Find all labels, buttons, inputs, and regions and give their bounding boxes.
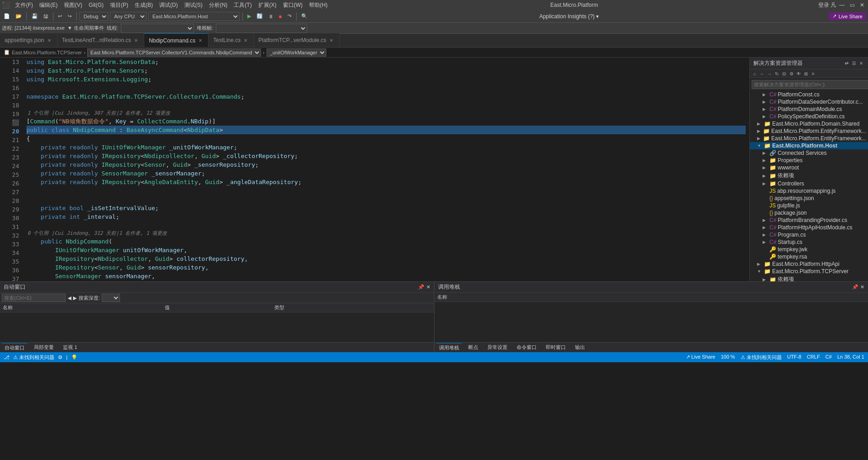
menu-window[interactable]: 窗口(W) [280,0,305,10]
tree-item-entityfw2[interactable]: ▶ 📁 East.Micro.Platform.EntityFramework.… [750,135,868,142]
save-btn[interactable]: 💾 [30,12,40,20]
auto-search-input[interactable] [2,294,66,302]
tab-close-testline[interactable]: ✕ [133,37,139,43]
tab-close-testlinecs[interactable]: ✕ [242,37,249,43]
tab-close-nbdip[interactable]: ✕ [197,37,204,44]
start-btn[interactable]: ▶ [246,12,253,20]
tree-item-startup[interactable]: ▶ C# Startup.cs [750,238,868,246]
se-back-icon[interactable]: ← [759,70,765,77]
menu-build[interactable]: 生成(B) [132,0,156,10]
tree-item-entityfw1[interactable]: ▶ 📁 East.Micro.Platform.EntityFramework.… [750,127,868,135]
minimize-button[interactable]: — [838,1,846,9]
se-search-input[interactable] [752,80,868,89]
se-close-btn[interactable]: ✕ [858,60,864,67]
tab-callstack[interactable]: 调用堆栈 [436,343,462,352]
language-status[interactable]: C# [826,354,832,361]
tree-item-platformdomainmodule[interactable]: ▶ C# PlatformDomainModule.cs [750,106,868,113]
lifecycle-dropdown[interactable]: ▼ 生命周期事件 [68,25,104,32]
se-forward-icon[interactable]: → [766,70,773,77]
tab-exceptions[interactable]: 异常设置 [485,343,510,352]
se-sync-btn[interactable]: ⇄ [843,60,850,67]
restart-btn[interactable]: 🔄 [255,12,265,20]
save-all-btn[interactable]: 🖫 [42,13,50,20]
search-depth-dropdown[interactable] [102,294,120,302]
zoom-status[interactable]: 100 % [721,354,735,361]
tree-item-wwwroot[interactable]: ▶ 📁 wwwroot [750,164,868,171]
tree-item-program[interactable]: ▶ C# Program.cs [750,231,868,238]
aw-pin-btn[interactable]: 📌 [418,284,424,290]
tree-item-httpapihost[interactable]: ▶ C# PlatformHttpApiHostModule.cs [750,224,868,231]
search-btn[interactable]: 🔍 [299,12,309,20]
open-file-btn[interactable]: 📂 [14,12,24,20]
tab-close-platformtcp[interactable]: ✕ [328,37,335,43]
tree-item-tempkey-jwk[interactable]: ▶ 🔑 tempkey.jwk [750,246,868,253]
code-area[interactable]: using East.Micro.Platform.SensorData; us… [23,58,749,281]
tree-item-platformdataseeder[interactable]: ▶ C# PlatformDataSeederContributor.c... [750,98,868,106]
tree-item-tempkey-rsa[interactable]: ▶ 🔑 tempkey.rsa [750,253,868,260]
stop-btn[interactable]: ■ [277,13,284,20]
tab-immediate[interactable]: 即时窗口 [543,343,569,352]
menu-help[interactable]: 帮助(H) [306,0,330,10]
tree-item-tcpserver[interactable]: ▼ 📁 East.Micro.Platform.TCPServer [750,268,868,275]
tab-breakpoints[interactable]: 断点 [465,343,481,352]
se-filter2-icon[interactable]: ⊞ [803,70,809,77]
tab-watch[interactable]: 监视 1 [60,343,80,352]
tree-item-httpapi[interactable]: ▶ 📁 East.Micro.Platform.HttpApi [750,260,868,268]
stackframe-dropdown[interactable] [216,24,307,33]
project-dropdown[interactable]: East.Micro.Platform.Host [148,12,240,21]
tree-item-branding[interactable]: ▶ C# PlatformBrandingProvider.cs [750,217,868,224]
encoding-status[interactable]: UTF-8 [787,354,801,361]
tree-item-tcp-deps[interactable]: ▶ 📁 依赖项 [750,275,868,281]
tree-item-connected-services[interactable]: ▶ 🔗 Connected Services [750,149,868,157]
cs-pin-btn[interactable]: 📌 [852,284,858,290]
tree-item-package-json[interactable]: ▶ {} package.json [750,209,868,217]
next-btn[interactable]: ▶ [73,295,77,301]
namespace-dropdown[interactable]: East.Micro.Platform.TCPServer.CollectorV… [87,48,261,57]
se-refresh-icon[interactable]: ↻ [774,70,780,77]
cs-close-btn[interactable]: ✕ [860,284,864,290]
tree-item-controllers[interactable]: ▶ 📁 Controllers [750,180,868,187]
menu-debug[interactable]: 调试(D) [157,0,181,10]
se-properties-icon[interactable]: ⚙ [788,70,795,77]
tree-item-policyspecified[interactable]: ▶ C# PolicySpecifiedDefinition.cs [750,113,868,120]
menu-project[interactable]: 项目(P) [107,0,131,10]
live-share-status[interactable]: ↗ Live Share [686,354,716,361]
menu-edit[interactable]: 编辑(E) [37,0,60,10]
prev-btn[interactable]: ◀ [68,295,71,301]
pause-btn[interactable]: ⏸ [267,13,275,20]
new-file-btn[interactable]: 📄 [2,12,12,20]
issues-status[interactable]: ⚠ 未找到相关问题 [741,354,782,361]
line-ending-status[interactable]: CRLF [807,354,820,361]
platform-dropdown[interactable]: Any CPU [110,12,146,21]
issues-label[interactable]: ⚠ 未找到相关问题 [13,354,54,361]
tab-locals[interactable]: 局部变量 [31,343,57,352]
undo-btn[interactable]: ↩ [56,12,64,20]
tree-item-gulpfile[interactable]: ▶ JS gulpfile.js [750,202,868,209]
tab-close-appsettings[interactable]: ✕ [46,37,52,43]
config-dropdown[interactable]: Debug [79,12,108,21]
tree-item-domain-shared[interactable]: ▶ 📁 East.Micro.Platform.Domain.Shared [750,120,868,127]
se-preview-icon[interactable]: 👁 [795,70,802,77]
menu-view[interactable]: 视图(V) [61,0,85,10]
menu-git[interactable]: Git(G) [86,1,106,9]
live-share-button[interactable]: ↗ Live Share [829,12,866,20]
redo-btn[interactable]: ↪ [66,12,73,20]
menu-extensions[interactable]: 扩展(X) [256,0,279,10]
menu-analyze[interactable]: 分析(N) [206,0,230,10]
tab-testlinecs[interactable]: TestLine.cs ✕ [209,33,254,47]
se-settings-icon[interactable]: ≡ [810,70,816,77]
tree-item-properties[interactable]: ▶ 📁 Properties [750,157,868,164]
symbol-dropdown[interactable]: _unitOfWorkManager [267,48,326,57]
tab-nbdip[interactable]: NbdipCommand.cs ✕ [144,33,209,47]
tab-output[interactable]: 输出 [572,343,588,352]
tree-item-appsettings[interactable]: ▶ {} appsettings.json [750,195,868,202]
stepover-btn[interactable]: ↷ [286,12,293,20]
tab-commands[interactable]: 命令窗口 [514,343,539,352]
source-control-icon[interactable]: ⎇ [4,354,10,360]
tab-testline[interactable]: TestLineAndT...ntRelation.cs ✕ [58,33,144,47]
tab-platformtcp[interactable]: PlatformTCP...verModule.cs ✕ [254,33,340,47]
close-button[interactable]: ✕ [858,1,866,9]
thread-dropdown[interactable] [121,24,194,33]
tab-auto-window[interactable]: 自动窗口 [2,343,27,352]
se-filter-btn[interactable]: ☰ [851,60,857,67]
